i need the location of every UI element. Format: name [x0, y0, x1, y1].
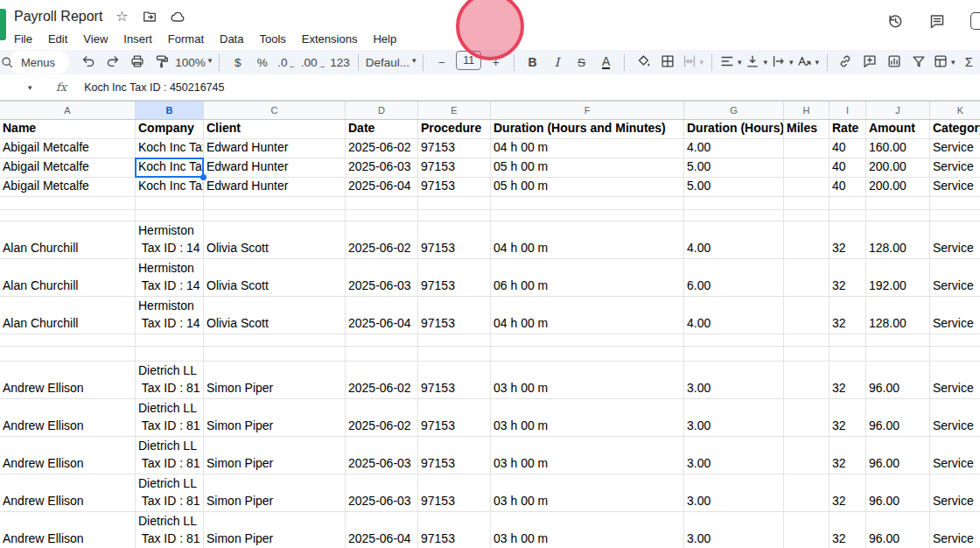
cell-K3[interactable]: Service [930, 158, 980, 178]
italic-button[interactable]: I [546, 52, 568, 73]
sheets-logo[interactable] [0, 9, 6, 40]
cell-G12[interactable]: 3.00 [684, 362, 784, 399]
comments-icon[interactable] [928, 12, 946, 30]
version-history-icon[interactable] [886, 12, 904, 30]
borders-button[interactable] [656, 52, 678, 73]
cell-F9[interactable]: 04 h 00 m [491, 297, 684, 334]
cell-E11[interactable] [418, 347, 491, 362]
cell-H15[interactable] [784, 474, 830, 512]
cell-I9[interactable]: 32 [830, 297, 866, 334]
insert-link-button[interactable] [834, 52, 856, 73]
cell-E5[interactable] [418, 197, 491, 210]
name-box-caret-icon[interactable]: ▾ [28, 83, 40, 92]
cell-E4[interactable]: 97153 [418, 178, 491, 197]
cell-D1[interactable]: Date [346, 120, 418, 139]
cell-A2[interactable]: Abigail Metcalfe [0, 139, 136, 158]
column-header-K[interactable]: K [930, 102, 980, 119]
cell-B2[interactable]: Koch Inc Tax ID : 450216745 [136, 139, 204, 158]
cell-F14[interactable]: 03 h 00 m [491, 437, 684, 474]
cell-J11[interactable] [866, 347, 930, 362]
zoom-select[interactable]: 100%▾ [175, 52, 212, 73]
column-header-J[interactable]: J [866, 102, 930, 119]
cell-K14[interactable]: Service [930, 437, 980, 474]
cell-J13[interactable]: 96.00 [866, 399, 930, 437]
cell-F13[interactable]: 03 h 00 m [491, 399, 684, 437]
cell-C4[interactable]: Edward Hunter [204, 178, 346, 197]
cell-I11[interactable] [830, 347, 866, 362]
cell-A8[interactable]: Alan Churchill [0, 259, 136, 297]
column-header-F[interactable]: F [491, 102, 684, 119]
cell-E1[interactable]: Procedure [418, 120, 491, 139]
cell-C1[interactable]: Client [204, 120, 346, 139]
decrease-font-size-button[interactable]: − [430, 52, 452, 73]
cell-J3[interactable]: 200.00 [866, 158, 930, 178]
formula-input[interactable]: Koch Inc Tax ID : 450216745 [84, 81, 224, 94]
insert-comment-button[interactable] [858, 52, 880, 73]
cell-A12[interactable]: Andrew Ellison [0, 362, 136, 399]
menu-tools[interactable]: Tools [251, 32, 293, 46]
cell-D10[interactable] [346, 334, 418, 347]
cell-B16[interactable]: Dietrich LL Tax ID : 81 [136, 512, 204, 548]
cell-G9[interactable]: 4.00 [684, 297, 784, 334]
cell-A6[interactable] [0, 210, 136, 221]
cell-C7[interactable]: Olivia Scott [204, 221, 346, 259]
cell-F6[interactable] [491, 210, 684, 221]
merge-cells-button[interactable]: ▾ [681, 52, 704, 73]
cell-D8[interactable]: 2025-06-03 [346, 259, 418, 297]
cell-C2[interactable]: Edward Hunter [204, 139, 346, 158]
cell-D16[interactable]: 2025-06-04 [346, 512, 418, 548]
cell-D14[interactable]: 2025-06-03 [346, 437, 418, 474]
column-header-H[interactable]: H [784, 102, 830, 119]
cell-F10[interactable] [491, 334, 684, 347]
fill-color-button[interactable] [632, 52, 654, 73]
functions-button[interactable]: Σ [958, 52, 980, 73]
cell-H8[interactable] [784, 259, 830, 297]
cell-C16[interactable]: Simon Piper [204, 512, 346, 548]
cell-I2[interactable]: 40 [830, 139, 866, 158]
menu-insert[interactable]: Insert [116, 32, 160, 46]
undo-button[interactable] [77, 52, 99, 73]
cell-I13[interactable]: 32 [830, 399, 866, 437]
cell-I4[interactable]: 40 [830, 178, 866, 197]
cell-E7[interactable]: 97153 [418, 221, 491, 259]
cell-K9[interactable]: Service [930, 297, 980, 334]
menu-file[interactable]: File [14, 32, 40, 46]
cell-F16[interactable]: 03 h 00 m [491, 512, 684, 548]
menus-pill[interactable]: Menus [9, 51, 69, 74]
cell-I5[interactable] [830, 197, 866, 210]
cell-G5[interactable] [684, 197, 784, 210]
cell-F1[interactable]: Duration (Hours and Minutes) [491, 120, 684, 139]
cell-D7[interactable]: 2025-06-02 [346, 221, 418, 259]
menu-help[interactable]: Help [365, 32, 404, 46]
cell-A11[interactable] [0, 347, 136, 362]
menu-format[interactable]: Format [160, 32, 212, 46]
cell-C9[interactable]: Olivia Scott [204, 297, 346, 334]
cell-D6[interactable] [346, 210, 418, 221]
menu-extensions[interactable]: Extensions [294, 32, 366, 46]
cell-D5[interactable] [346, 197, 418, 210]
cell-J8[interactable]: 192.00 [866, 259, 930, 297]
cell-K16[interactable]: Service [930, 512, 980, 548]
cell-E9[interactable]: 97153 [418, 297, 491, 334]
cell-A4[interactable]: Abigail Metcalfe [0, 178, 136, 197]
cell-D15[interactable]: 2025-06-03 [346, 474, 418, 512]
cell-I8[interactable]: 32 [830, 259, 866, 297]
cell-K2[interactable]: Service [930, 139, 980, 158]
cell-I16[interactable]: 32 [830, 512, 866, 548]
cell-K10[interactable] [930, 334, 980, 347]
insert-chart-button[interactable] [883, 52, 905, 73]
cell-B14[interactable]: Dietrich LL Tax ID : 81 [136, 437, 204, 474]
cell-D9[interactable]: 2025-06-04 [346, 297, 418, 334]
cell-H10[interactable] [784, 334, 830, 347]
cell-I12[interactable]: 32 [830, 362, 866, 399]
cell-B8[interactable]: Hermiston Tax ID : 14 [136, 259, 204, 297]
cell-J7[interactable]: 128.00 [866, 221, 930, 259]
table-view-button[interactable]: ▾ [932, 52, 956, 73]
cell-K12[interactable]: Service [930, 362, 980, 399]
column-header-I[interactable]: I [830, 102, 866, 119]
cell-B7[interactable]: Hermiston Tax ID : 14 [136, 221, 204, 259]
cell-G3[interactable]: 5.00 [684, 158, 784, 178]
vertical-align-button[interactable]: ▾ [745, 52, 768, 73]
cell-G10[interactable] [684, 334, 784, 347]
column-header-E[interactable]: E [418, 102, 491, 119]
